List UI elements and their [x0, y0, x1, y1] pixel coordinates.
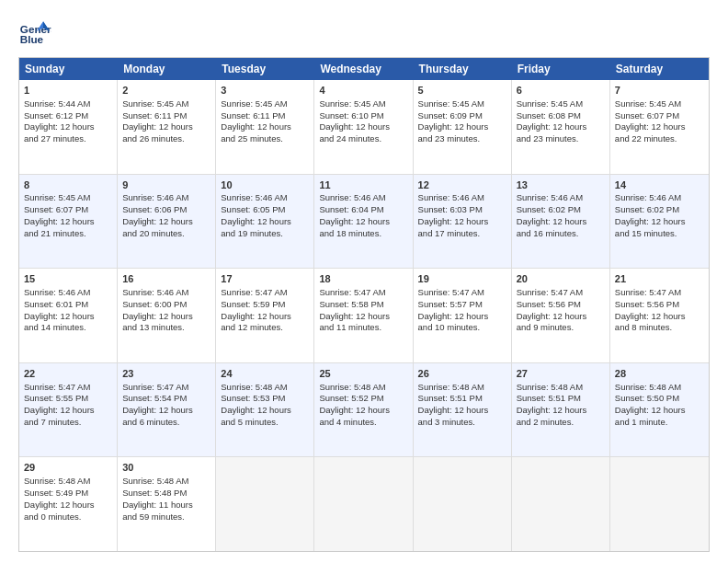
day-number: 27: [517, 367, 605, 381]
day-detail: Sunset: 6:08 PM: [517, 110, 605, 122]
day-detail: Sunrise: 5:46 AM: [221, 192, 309, 204]
calendar-cell: 28Sunrise: 5:48 AMSunset: 5:50 PMDayligh…: [610, 363, 709, 457]
day-detail: Daylight: 12 hours: [122, 121, 210, 133]
day-detail: Daylight: 12 hours: [122, 216, 210, 228]
day-detail: Sunset: 6:01 PM: [24, 299, 112, 311]
calendar-cell: 16Sunrise: 5:46 AMSunset: 6:00 PMDayligh…: [118, 269, 216, 362]
calendar-cell: 27Sunrise: 5:48 AMSunset: 5:51 PMDayligh…: [512, 363, 610, 457]
day-detail: Daylight: 12 hours: [615, 405, 704, 417]
page: General Blue SundayMondayTuesdayWednesda…: [0, 0, 728, 563]
day-detail: Sunset: 5:55 PM: [24, 393, 112, 405]
day-number: 7: [615, 84, 704, 98]
empty-cell: [610, 457, 709, 551]
day-detail: Sunset: 5:58 PM: [319, 299, 407, 311]
day-detail: Daylight: 12 hours: [122, 311, 210, 323]
day-detail: Sunrise: 5:45 AM: [615, 98, 704, 110]
day-detail: and 13 minutes.: [122, 322, 210, 334]
calendar-header: SundayMondayTuesdayWednesdayThursdayFrid…: [19, 58, 709, 80]
day-detail: Sunset: 5:52 PM: [319, 393, 407, 405]
empty-cell: [512, 457, 610, 551]
day-detail: and 23 minutes.: [517, 133, 605, 145]
day-detail: Sunrise: 5:48 AM: [418, 382, 506, 394]
day-detail: Sunset: 5:56 PM: [517, 299, 605, 311]
day-detail: Daylight: 12 hours: [24, 311, 112, 323]
day-number: 30: [122, 461, 210, 475]
day-detail: Sunset: 6:07 PM: [615, 110, 704, 122]
day-detail: and 8 minutes.: [615, 322, 704, 334]
calendar-cell: 18Sunrise: 5:47 AMSunset: 5:58 PMDayligh…: [314, 269, 413, 362]
day-detail: Sunset: 5:48 PM: [122, 488, 210, 500]
day-number: 11: [319, 178, 407, 192]
day-number: 8: [24, 178, 112, 192]
day-number: 28: [615, 367, 704, 381]
day-detail: Daylight: 12 hours: [319, 311, 407, 323]
calendar-cell: 4Sunrise: 5:45 AMSunset: 6:10 PMDaylight…: [314, 80, 413, 174]
day-detail: Sunset: 5:56 PM: [615, 299, 704, 311]
day-detail: and 6 minutes.: [122, 417, 210, 429]
calendar-cell: 5Sunrise: 5:45 AMSunset: 6:09 PMDaylight…: [414, 80, 512, 174]
day-detail: and 24 minutes.: [319, 133, 407, 145]
day-detail: Sunset: 5:49 PM: [24, 488, 112, 500]
calendar-body: 1Sunrise: 5:44 AMSunset: 6:12 PMDaylight…: [19, 80, 709, 551]
header-day: Thursday: [414, 58, 512, 80]
day-detail: and 0 minutes.: [24, 511, 112, 523]
calendar-cell: 3Sunrise: 5:45 AMSunset: 6:11 PMDaylight…: [216, 80, 314, 174]
day-number: 17: [221, 272, 309, 286]
day-detail: Daylight: 12 hours: [517, 405, 605, 417]
calendar-cell: 2Sunrise: 5:45 AMSunset: 6:11 PMDaylight…: [118, 80, 216, 174]
day-detail: Sunset: 6:06 PM: [122, 204, 210, 216]
day-detail: and 26 minutes.: [122, 133, 210, 145]
header-day: Monday: [118, 58, 216, 80]
calendar-cell: 13Sunrise: 5:46 AMSunset: 6:02 PMDayligh…: [512, 175, 610, 269]
day-detail: Sunrise: 5:46 AM: [122, 287, 210, 299]
empty-cell: [314, 457, 413, 551]
day-detail: Daylight: 12 hours: [319, 405, 407, 417]
calendar-cell: 9Sunrise: 5:46 AMSunset: 6:06 PMDaylight…: [118, 175, 216, 269]
calendar-cell: 19Sunrise: 5:47 AMSunset: 5:57 PMDayligh…: [414, 269, 512, 362]
day-detail: Daylight: 12 hours: [221, 216, 309, 228]
day-detail: Sunrise: 5:46 AM: [418, 192, 506, 204]
calendar-cell: 24Sunrise: 5:48 AMSunset: 5:53 PMDayligh…: [216, 363, 314, 457]
day-detail: and 27 minutes.: [24, 133, 112, 145]
header-day: Wednesday: [314, 58, 413, 80]
header: General Blue: [18, 15, 710, 48]
day-detail: Daylight: 12 hours: [24, 405, 112, 417]
calendar-cell: 25Sunrise: 5:48 AMSunset: 5:52 PMDayligh…: [314, 363, 413, 457]
day-number: 19: [418, 272, 506, 286]
header-day: Friday: [512, 58, 610, 80]
day-number: 21: [615, 272, 704, 286]
day-number: 26: [418, 367, 506, 381]
day-detail: Sunset: 5:53 PM: [221, 393, 309, 405]
day-number: 16: [122, 272, 210, 286]
day-detail: and 18 minutes.: [319, 228, 407, 240]
day-detail: Sunrise: 5:46 AM: [517, 192, 605, 204]
calendar-cell: 29Sunrise: 5:48 AMSunset: 5:49 PMDayligh…: [19, 457, 118, 551]
calendar-cell: 10Sunrise: 5:46 AMSunset: 6:05 PMDayligh…: [216, 175, 314, 269]
day-detail: Sunset: 5:54 PM: [122, 393, 210, 405]
day-number: 12: [418, 178, 506, 192]
calendar-row: 29Sunrise: 5:48 AMSunset: 5:49 PMDayligh…: [19, 457, 709, 551]
day-detail: and 10 minutes.: [418, 322, 506, 334]
calendar-cell: 26Sunrise: 5:48 AMSunset: 5:51 PMDayligh…: [414, 363, 512, 457]
day-detail: and 20 minutes.: [122, 228, 210, 240]
day-detail: Sunrise: 5:48 AM: [517, 382, 605, 394]
day-number: 10: [221, 178, 309, 192]
day-number: 6: [517, 84, 605, 98]
day-detail: Sunset: 5:57 PM: [418, 299, 506, 311]
day-detail: Sunrise: 5:45 AM: [221, 98, 309, 110]
day-detail: Daylight: 12 hours: [418, 311, 506, 323]
calendar-cell: 12Sunrise: 5:46 AMSunset: 6:03 PMDayligh…: [414, 175, 512, 269]
day-detail: Daylight: 12 hours: [319, 216, 407, 228]
day-number: 29: [24, 461, 112, 475]
calendar-cell: 7Sunrise: 5:45 AMSunset: 6:07 PMDaylight…: [610, 80, 709, 174]
day-detail: Daylight: 12 hours: [418, 405, 506, 417]
calendar: SundayMondayTuesdayWednesdayThursdayFrid…: [18, 57, 710, 552]
day-detail: Sunset: 5:50 PM: [615, 393, 704, 405]
day-detail: Sunset: 5:59 PM: [221, 299, 309, 311]
day-detail: and 14 minutes.: [24, 322, 112, 334]
day-detail: and 59 minutes.: [122, 511, 210, 523]
day-number: 24: [221, 367, 309, 381]
calendar-cell: 30Sunrise: 5:48 AMSunset: 5:48 PMDayligh…: [118, 457, 216, 551]
day-detail: and 15 minutes.: [615, 228, 704, 240]
calendar-cell: 11Sunrise: 5:46 AMSunset: 6:04 PMDayligh…: [314, 175, 413, 269]
